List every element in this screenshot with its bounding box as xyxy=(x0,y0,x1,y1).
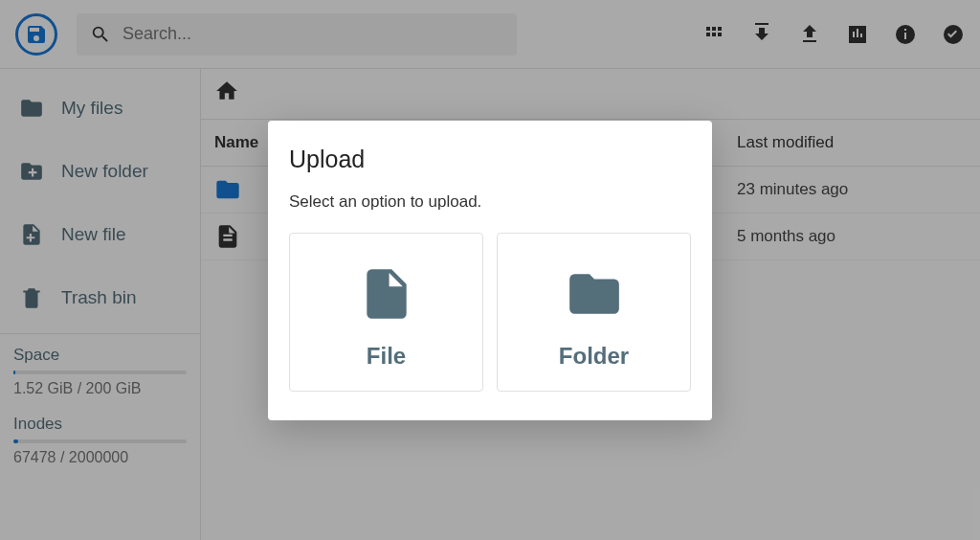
upload-option-folder[interactable]: Folder xyxy=(497,233,691,392)
modal-subtitle: Select an option to upload. xyxy=(289,192,691,212)
folder-icon xyxy=(565,264,624,324)
upload-option-label: File xyxy=(367,343,406,370)
upload-option-file[interactable]: File xyxy=(289,233,483,392)
modal-title: Upload xyxy=(289,146,691,173)
modal-options: File Folder xyxy=(289,233,691,392)
modal-overlay[interactable]: Upload Select an option to upload. File … xyxy=(0,0,980,540)
file-icon xyxy=(357,264,416,324)
upload-option-label: Folder xyxy=(559,343,629,370)
upload-modal: Upload Select an option to upload. File … xyxy=(268,121,712,420)
